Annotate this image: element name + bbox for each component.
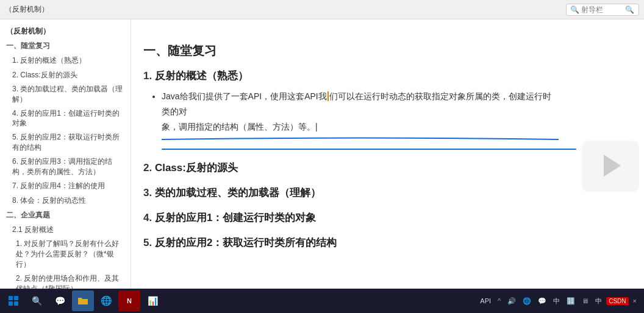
sidebar-item-enterprise[interactable]: 二、企业真题 xyxy=(0,208,131,222)
section-5-number: 5. xyxy=(143,237,155,248)
section-2-title: 2. Class:反射的源头 xyxy=(143,161,559,175)
taskbar-network[interactable]: 🌐 xyxy=(520,296,534,306)
taskbar: 🔍 💬 🌐 N 📊 API ^ 🔊 🌐 💬 中 🔢 🖥 中 CSDN × xyxy=(0,289,644,313)
section-1-number: 1. xyxy=(143,70,155,82)
taskbar-zh1[interactable]: 中 xyxy=(551,295,562,307)
underline-decoration xyxy=(162,149,576,150)
section-3-title: 3. 类的加载过程、类的加载器（理解） xyxy=(143,186,559,200)
taskbar-msg[interactable]: 💬 xyxy=(535,296,549,306)
taskbar-zh2[interactable]: 🔢 xyxy=(564,296,578,306)
search-box[interactable]: 🔍 xyxy=(566,4,639,16)
section-1-bullet-1: Java给我们提供了一套API，使用这套API我们可以在运行时动态的获取指定对象… xyxy=(162,89,559,135)
taskbar-browser-button[interactable]: 🌐 xyxy=(95,290,117,311)
play-icon xyxy=(604,155,621,177)
taskbar-app1-button[interactable]: N xyxy=(118,290,140,311)
section-1-bullets: Java给我们提供了一套API，使用这套API我们可以在运行时动态的获取指定对象… xyxy=(162,89,559,135)
section-1-heading: 反射的概述（熟悉） xyxy=(155,70,248,82)
sidebar-item-7[interactable]: 7. 反射的应用4：注解的使用 xyxy=(0,178,131,193)
content-panel: 一、随堂复习 1. 反射的概述（熟悉） Java给我们提供了一套API，使用这套… xyxy=(131,19,577,289)
sidebar-item-6[interactable]: 6. 反射的应用3：调用指定的结构，类所有的属性、方法） xyxy=(0,155,131,179)
section-3-number: 3. xyxy=(143,187,155,199)
cursor xyxy=(327,91,329,101)
svg-rect-1 xyxy=(14,296,18,300)
main-title: 一、随堂复习 xyxy=(143,43,559,59)
section-4-title: 4. 反射的应用1：创建运行时类的对象 xyxy=(143,211,559,225)
taskbar-tray: API ^ 🔊 🌐 💬 中 🔢 🖥 中 CSDN × xyxy=(478,295,642,307)
taskbar-monitor[interactable]: 🖥 xyxy=(579,296,591,306)
taskbar-zh3[interactable]: 中 xyxy=(593,295,604,307)
taskbar-close[interactable]: × xyxy=(631,296,639,306)
content-wrapper: 一、随堂复习 1. 反射的概述（熟悉） Java给我们提供了一套API，使用这套… xyxy=(131,19,644,289)
section-4-number: 4. xyxy=(143,212,155,223)
search-input[interactable] xyxy=(570,5,625,14)
section-2-heading: Class:反射的源头 xyxy=(155,162,238,174)
api-label[interactable]: API xyxy=(478,296,493,306)
taskbar-app2-button[interactable]: 📊 xyxy=(141,290,163,311)
sidebar-item-2[interactable]: 2. Class:反射的源头 xyxy=(0,68,131,82)
section-2-number: 2. xyxy=(143,162,155,174)
taskbar-sound[interactable]: 🔊 xyxy=(505,296,518,306)
sidebar-item-e1[interactable]: 1. 对反射了解吗？反射有什么好处？为什么需要反射？（微*银行） xyxy=(0,237,131,271)
folder-icon xyxy=(77,296,88,306)
windows-button[interactable] xyxy=(2,290,24,311)
top-bar-title: （反射机制） xyxy=(5,4,566,15)
section-3-heading: 类的加载过程、类的加载器（理解） xyxy=(155,187,321,199)
section-1: 1. 反射的概述（熟悉） Java给我们提供了一套API，使用这套API我们可以… xyxy=(143,69,559,150)
top-bar: （反射机制） 🔍 xyxy=(0,0,644,19)
sidebar-item-8[interactable]: 8. 体会：反射的动态性 xyxy=(0,193,131,208)
video-placeholder[interactable] xyxy=(583,141,638,190)
section-2: 2. Class:反射的源头 xyxy=(143,161,559,175)
section-1-title: 1. 反射的概述（熟悉） xyxy=(143,69,559,83)
sidebar-item-1[interactable]: 1. 反射的概述（熟悉） xyxy=(0,53,131,68)
underline-svg xyxy=(162,136,559,140)
section-5-title: 5. 反射的应用2：获取运行时类所有的结构 xyxy=(143,236,559,250)
sidebar: （反射机制） 一、随堂复习 1. 反射的概述（熟悉） 2. Class:反射的源… xyxy=(0,19,131,289)
sidebar-item-4[interactable]: 4. 反射的应用1：创建运行时类的对象 xyxy=(0,107,131,131)
windows-icon xyxy=(9,296,18,306)
section-5-heading: 反射的应用2：获取运行时类所有的结构 xyxy=(155,237,337,248)
taskbar-caret[interactable]: ^ xyxy=(495,296,503,306)
section-5: 5. 反射的应用2：获取运行时类所有的结构 xyxy=(143,236,559,250)
csdn-badge[interactable]: CSDN xyxy=(606,297,628,305)
taskbar-explorer-button[interactable] xyxy=(72,290,94,311)
search-icon: 🔍 xyxy=(625,5,634,14)
sidebar-item-2-1[interactable]: 2.1 反射概述 xyxy=(0,222,131,237)
svg-rect-3 xyxy=(14,301,18,306)
section-4-heading: 反射的应用1：创建运行时类的对象 xyxy=(155,212,316,223)
section-3: 3. 类的加载过程、类的加载器（理解） xyxy=(143,186,559,200)
sidebar-item-3[interactable]: 3. 类的加载过程、类的加载器（理解） xyxy=(0,82,131,107)
svg-rect-0 xyxy=(9,296,13,300)
sidebar-item-5[interactable]: 5. 反射的应用2：获取运行时类所有的结构 xyxy=(0,130,131,155)
section-4: 4. 反射的应用1：创建运行时类的对象 xyxy=(143,211,559,225)
taskbar-chat-button[interactable]: 💬 xyxy=(49,290,71,311)
taskbar-search-button[interactable]: 🔍 xyxy=(26,290,48,311)
sidebar-item-review[interactable]: 一、随堂复习 xyxy=(0,38,131,53)
right-panel xyxy=(577,19,644,289)
sidebar-item-e2[interactable]: 2. 反射的使用场合和作用、及其优缺点（*敬国际） xyxy=(0,272,131,289)
sidebar-section-title: （反射机制） xyxy=(0,24,131,38)
svg-rect-2 xyxy=(9,301,13,306)
main-area: （反射机制） 一、随堂复习 1. 反射的概述（熟悉） 2. Class:反射的源… xyxy=(0,19,644,289)
